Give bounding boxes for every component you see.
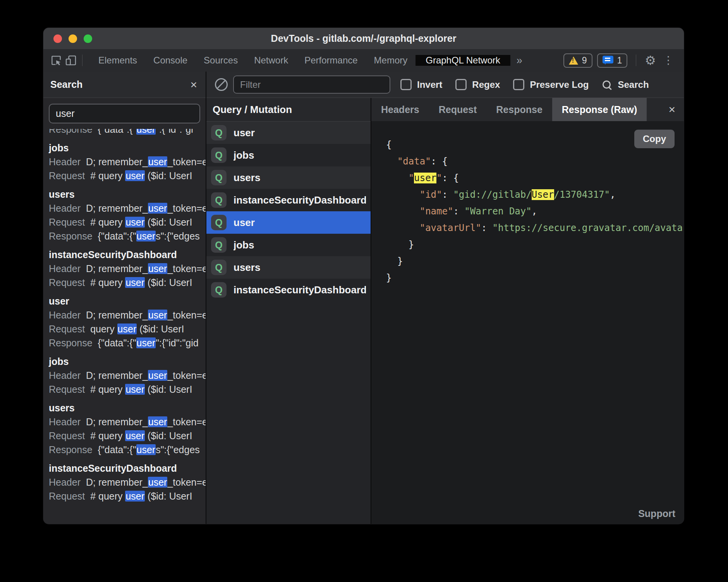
json-token (386, 156, 397, 167)
search-result-line[interactable]: HeaderD; remember_user_token=e (49, 262, 206, 276)
tab-sources[interactable]: Sources (196, 49, 246, 72)
search-input[interactable] (49, 104, 200, 123)
json-token: { (386, 139, 391, 150)
search-result-line[interactable]: Request# query user ($id: UserI (49, 276, 206, 289)
search-result-line[interactable]: Response{"data":{"user":{"id":"gid (49, 336, 206, 350)
checkbox-regex[interactable]: Regex (455, 79, 500, 90)
search-result-text: ($id: UserI (145, 170, 192, 181)
zoom-window-button[interactable] (84, 34, 92, 43)
search-result-line[interactable]: HeaderD; remember_user_token=e (49, 368, 206, 382)
search-result-text: ($id: UserI (137, 324, 184, 334)
search-result-title[interactable]: users (49, 401, 206, 415)
search-result-text: s":{"edges (156, 444, 200, 455)
json-token: "name" (420, 206, 453, 217)
query-list-item[interactable]: QinstanceSecurityDashboard (206, 189, 371, 211)
more-tabs-icon[interactable]: » (510, 55, 529, 67)
settings-gear-icon[interactable]: ⚙ (645, 54, 656, 67)
query-list-item[interactable]: Qjobs (206, 144, 371, 166)
detail-tab-response-raw[interactable]: Response (Raw) (552, 98, 647, 121)
checkbox-preserve-log[interactable]: Preserve Log (513, 79, 589, 90)
search-result-title[interactable]: jobs (49, 354, 206, 368)
search-result-line[interactable]: Request# query user ($id: UserI (49, 215, 206, 229)
json-token: } (386, 239, 414, 250)
search-result-text: ":{"id":"gi (156, 129, 193, 135)
search-result-line[interactable]: Response{"data":{"users":{"edges (49, 443, 206, 457)
detail-tab-request[interactable]: Request (429, 98, 487, 121)
tab-console[interactable]: Console (145, 49, 196, 72)
filter-checkboxes: InvertRegexPreserve Log (400, 79, 589, 90)
query-list-item[interactable]: Qjobs (206, 234, 371, 256)
search-result-line[interactable]: HeaderD; remember_user_token=e (49, 308, 206, 322)
search-result-text: # query (90, 491, 125, 502)
warnings-badge[interactable]: 9 (563, 53, 592, 68)
search-match-highlight: user (125, 170, 145, 181)
minimize-window-button[interactable] (69, 34, 77, 43)
messages-badge[interactable]: 1 (597, 53, 628, 68)
query-type-icon: Q (211, 260, 227, 275)
detail-panel-close-icon[interactable]: × (660, 98, 684, 121)
search-result-line[interactable]: Request# query user ($id: UserI (49, 169, 206, 183)
devtools-toolbar: ElementsConsoleSourcesNetworkPerformance… (43, 49, 684, 72)
search-result-text: {"data":{" (98, 129, 136, 135)
search-result-title[interactable]: jobs (49, 141, 206, 155)
copy-button[interactable]: Copy (634, 130, 675, 148)
checkbox-invert[interactable]: Invert (400, 79, 442, 90)
search-result-line[interactable]: Requestquery user ($id: UserI (49, 322, 206, 336)
search-result-title[interactable]: users (49, 187, 206, 201)
filter-search[interactable]: Search (603, 79, 649, 90)
detail-tab-response[interactable]: Response (486, 98, 552, 121)
query-list-item[interactable]: Quser (206, 122, 371, 144)
search-result-title[interactable]: user (49, 294, 206, 308)
search-match-highlight: user (148, 156, 168, 167)
search-result-line[interactable]: Request# query user ($id: UserI (49, 429, 206, 443)
json-token: "https://secure.gravatar.com/avatar (493, 223, 684, 233)
search-result-line[interactable]: Request# query user ($id: UserI (49, 382, 206, 396)
search-result-line[interactable]: Response{"data":{"users":{"edges (49, 229, 206, 243)
search-match-highlight: user (148, 310, 168, 320)
query-panel: Query / Mutation QuserQjobsQusersQinstan… (206, 98, 371, 524)
kebab-menu-icon[interactable]: ⋮ (661, 55, 676, 66)
search-result-text: _token=e (167, 477, 206, 488)
search-panel-close-icon[interactable]: × (190, 79, 197, 91)
close-window-button[interactable] (53, 34, 62, 43)
titlebar: DevTools - gitlab.com/-/graphql-explorer (43, 28, 684, 49)
search-result-title[interactable]: instanceSecurityDashboard (49, 461, 206, 475)
search-match-highlight: user (148, 416, 168, 427)
tab-memory[interactable]: Memory (366, 49, 416, 72)
search-match-highlight: user (125, 217, 145, 228)
search-match-highlight: user (125, 491, 145, 502)
query-list-item[interactable]: QinstanceSecurityDashboard (206, 279, 371, 301)
query-list-item[interactable]: Quser (206, 211, 371, 234)
query-list-item[interactable]: Qusers (206, 166, 371, 189)
support-link[interactable]: Support (638, 508, 675, 519)
device-toolbar-icon[interactable] (64, 53, 78, 68)
tab-performance[interactable]: Performance (296, 49, 366, 72)
search-result-line[interactable]: HeaderD; remember_user_token=e (49, 415, 206, 429)
clear-requests-icon[interactable] (215, 78, 228, 91)
filter-input[interactable] (233, 75, 390, 94)
tab-elements[interactable]: Elements (90, 49, 145, 72)
search-result-label: Request (49, 491, 85, 502)
search-match-highlight: user (125, 384, 145, 395)
detail-panel: HeadersRequestResponseResponse (Raw)× Co… (371, 98, 684, 524)
query-list-item[interactable]: Qusers (206, 256, 371, 279)
tab-network[interactable]: Network (246, 49, 296, 72)
detail-tabs: HeadersRequestResponseResponse (Raw)× (371, 98, 684, 121)
detail-tab-headers[interactable]: Headers (371, 98, 429, 121)
search-result-label: Header (49, 370, 81, 381)
search-result-line[interactable]: HeaderD; remember_user_token=e (49, 475, 206, 489)
tab-graphql-network[interactable]: GraphQL Network (416, 55, 510, 66)
search-results-scroll[interactable]: Response{"data":{"user":{"id":"gijobsHea… (43, 129, 206, 524)
search-result-title[interactable]: instanceSecurityDashboard (49, 248, 206, 262)
search-results: Response{"data":{"user":{"id":"gijobsHea… (43, 129, 206, 503)
json-token (386, 173, 409, 183)
search-match-highlight: user (117, 324, 137, 334)
search-result-line[interactable]: HeaderD; remember_user_token=e (49, 155, 206, 169)
search-result-line[interactable]: Response{"data":{"user":{"id":"gi (49, 129, 206, 136)
search-result-line[interactable]: HeaderD; remember_user_token=e (49, 201, 206, 215)
json-token: : { (442, 173, 459, 183)
inspect-element-icon[interactable] (49, 53, 64, 68)
search-result-text: D; remember_ (86, 263, 148, 274)
response-raw-view: Copy { "data": { "user": { "id": "gid://… (371, 121, 684, 524)
search-result-line[interactable]: Request# query user ($id: UserI (49, 489, 206, 503)
